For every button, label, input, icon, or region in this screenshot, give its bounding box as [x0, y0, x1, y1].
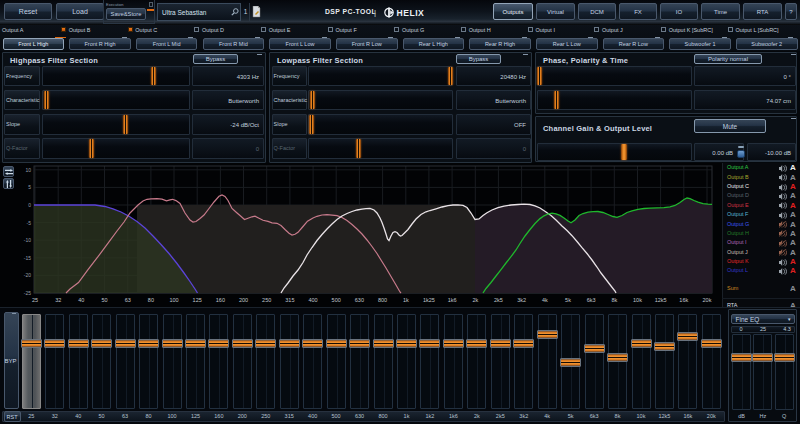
- svg-text:HELIX: HELIX: [397, 8, 425, 18]
